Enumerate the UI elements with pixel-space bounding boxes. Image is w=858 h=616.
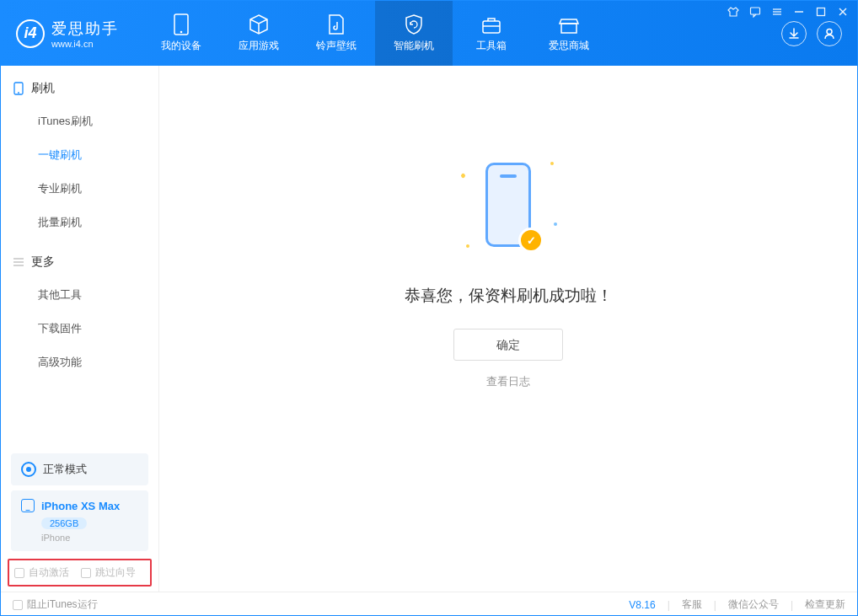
sidebar-item-other-tools[interactable]: 其他工具 [1, 278, 158, 312]
header-right [781, 21, 849, 46]
nav-store[interactable]: 爱思商城 [530, 1, 608, 66]
group-title: 刷机 [31, 81, 55, 96]
nav-my-device[interactable]: 我的设备 [142, 1, 220, 66]
nav-label: 我的设备 [161, 39, 201, 53]
download-button[interactable] [781, 21, 807, 46]
sidebar-group-more: 更多 [1, 239, 158, 278]
device-type: iPhone [41, 533, 138, 543]
checkbox-auto-activate[interactable]: 自动激活 [14, 565, 69, 580]
checkbox-label: 阻止iTunes运行 [27, 597, 98, 612]
svg-point-15 [18, 92, 19, 94]
svg-rect-6 [751, 8, 760, 14]
success-illustration: ✓ [458, 150, 559, 268]
nav-label: 智能刷机 [394, 39, 434, 53]
separator: | [714, 599, 716, 611]
nav-label: 爱思商城 [549, 39, 589, 53]
nav-smart-flash[interactable]: 智能刷机 [375, 1, 453, 66]
nav-ringtones-wallpapers[interactable]: 铃声壁纸 [298, 1, 375, 66]
group-title: 更多 [31, 254, 55, 270]
nav-apps-games[interactable]: 应用游戏 [220, 1, 298, 66]
main-content: ✓ 恭喜您，保资料刷机成功啦！ 确定 查看日志 [159, 66, 857, 592]
device-block[interactable]: iPhone XS Max 256GB iPhone [11, 490, 148, 551]
window-controls [726, 4, 850, 19]
menu-icon[interactable] [770, 4, 785, 19]
device-capacity: 256GB [41, 517, 87, 529]
device-icon [169, 14, 193, 35]
cube-icon [247, 14, 271, 35]
feedback-icon[interactable] [748, 4, 763, 19]
minimize-button[interactable] [791, 4, 807, 19]
checkmark-icon: ✓ [518, 228, 544, 253]
success-message: 恭喜您，保资料刷机成功啦！ [159, 285, 857, 307]
svg-point-1 [180, 30, 183, 33]
svg-rect-11 [818, 8, 825, 16]
svg-rect-2 [483, 21, 500, 33]
nav-label: 应用游戏 [239, 39, 279, 53]
logo-text: 爱思助手 www.i4.cn [51, 19, 119, 49]
footer: 阻止iTunes运行 V8.16 | 客服 | 微信公众号 | 检查更新 [1, 592, 857, 616]
skin-icon[interactable] [726, 4, 741, 19]
store-icon [557, 14, 581, 35]
sidebar-item-advanced[interactable]: 高级功能 [1, 345, 158, 379]
sidebar-group-flash: 刷机 [1, 66, 158, 104]
maximize-button[interactable] [813, 4, 829, 19]
mode-label: 正常模式 [43, 462, 87, 477]
list-icon [13, 256, 24, 268]
phone-icon [13, 83, 24, 94]
svg-point-5 [827, 29, 832, 34]
sidebar: 刷机 iTunes刷机 一键刷机 专业刷机 批量刷机 更多 其他工具 下载固件 … [1, 66, 159, 592]
mode-block[interactable]: 正常模式 [11, 453, 148, 485]
body: 刷机 iTunes刷机 一键刷机 专业刷机 批量刷机 更多 其他工具 下载固件 … [1, 66, 857, 592]
sidebar-item-batch-flash[interactable]: 批量刷机 [1, 206, 158, 239]
device-name: iPhone XS Max [41, 500, 120, 512]
separator: | [791, 599, 793, 611]
device-icon [21, 499, 35, 512]
sidebar-item-itunes-flash[interactable]: iTunes刷机 [1, 104, 158, 138]
checkbox-block-itunes[interactable]: 阻止iTunes运行 [13, 597, 98, 612]
app-name: 爱思助手 [51, 19, 119, 39]
footer-wechat-link[interactable]: 微信公众号 [728, 597, 779, 612]
sidebar-item-oneclick-flash[interactable]: 一键刷机 [1, 138, 158, 172]
checkbox-label: 跳过向导 [95, 565, 136, 580]
app-url: www.i4.cn [51, 39, 119, 49]
user-button[interactable] [817, 21, 842, 46]
view-log-link[interactable]: 查看日志 [159, 374, 857, 389]
nav-label: 铃声壁纸 [316, 39, 357, 53]
options-row: 自动激活 跳过向导 [8, 559, 152, 587]
footer-check-update-link[interactable]: 检查更新 [805, 597, 845, 612]
mode-icon [21, 462, 36, 477]
shield-refresh-icon [402, 14, 426, 35]
nav-label: 工具箱 [476, 39, 507, 53]
app-logo[interactable]: i4 爱思助手 www.i4.cn [16, 19, 119, 49]
footer-support-link[interactable]: 客服 [682, 597, 702, 612]
toolbox-icon [480, 14, 503, 35]
close-button[interactable] [835, 4, 850, 19]
checkbox-label: 自动激活 [29, 565, 69, 580]
sidebar-item-download-firmware[interactable]: 下载固件 [1, 312, 158, 345]
logo-icon: i4 [16, 19, 45, 48]
svg-rect-4 [561, 24, 576, 33]
top-nav: 我的设备 应用游戏 铃声壁纸 智能刷机 工具箱 爱思商城 [142, 1, 608, 66]
sidebar-item-pro-flash[interactable]: 专业刷机 [1, 172, 158, 206]
separator: | [668, 599, 670, 611]
music-file-icon [324, 14, 348, 35]
version-label: V8.16 [629, 599, 655, 611]
checkbox-skip-guide[interactable]: 跳过向导 [81, 565, 136, 580]
nav-toolbox[interactable]: 工具箱 [453, 1, 530, 66]
ok-button[interactable]: 确定 [453, 329, 563, 361]
header: i4 爱思助手 www.i4.cn 我的设备 应用游戏 铃声壁纸 智能刷机 工具… [1, 1, 857, 66]
